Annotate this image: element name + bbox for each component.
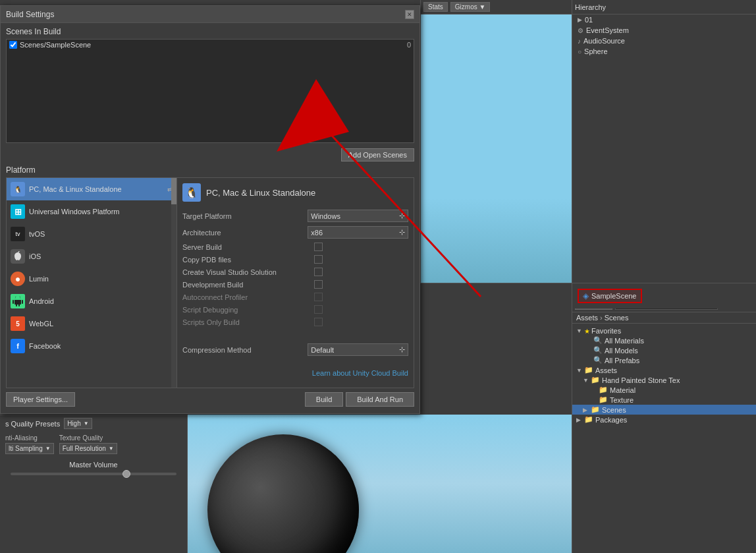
assets-folder-icon: 📁 <box>584 366 593 374</box>
packages-icon: 📁 <box>584 415 593 424</box>
platform-item-tvos[interactable]: tv tvOS <box>7 223 176 245</box>
scenes-folder[interactable]: ▶ 📁 Scenes <box>572 405 756 415</box>
platform-section: 🐧 PC, Mac & Linux Standalone ⇄ ⊞ Univers… <box>6 177 414 388</box>
quality-presets-dropdown[interactable]: High ▼ <box>64 418 92 429</box>
server-build-checkbox[interactable] <box>314 243 323 251</box>
gizmos-btn[interactable]: Gizmos ▼ <box>450 2 491 12</box>
aliasing-texture-row: nti-Aliasing lti Sampling ▼ Texture Qual… <box>0 432 187 457</box>
scripts-only-row: Scripts Only Build <box>182 318 408 326</box>
scene-index: 0 <box>407 41 411 49</box>
player-settings-button[interactable]: Player Settings... <box>6 392 75 407</box>
dialog-close-button[interactable]: ✕ <box>405 10 414 19</box>
platform-settings-panel: 🐧 PC, Mac & Linux Standalone Target Plat… <box>177 177 414 388</box>
platform-item-webgl[interactable]: 5 WebGL <box>7 312 176 335</box>
project-tree: ▼ ★ Favorites 🔍 All Materials 🔍 All Mode… <box>572 324 756 534</box>
texture-quality-arrow: ▼ <box>109 446 114 451</box>
platform-item-facebook[interactable]: f Facebook <box>7 335 176 357</box>
material-item[interactable]: 📁 Material <box>572 385 756 395</box>
antialiasing-dropdown[interactable]: lti Sampling ▼ <box>5 443 54 454</box>
platform-item-uwp[interactable]: ⊞ Universal Windows Platform <box>7 200 176 223</box>
sample-scene-highlighted[interactable]: ◈ SampleScene <box>578 289 642 303</box>
add-open-scenes-button[interactable]: Add Open Scenes <box>341 148 414 161</box>
volume-slider-track[interactable] <box>11 473 176 475</box>
master-volume-label: Master Volume <box>0 457 187 471</box>
packages-arrow: ▶ <box>576 417 584 423</box>
development-build-checkbox[interactable] <box>314 280 323 289</box>
scrollbar-thumb[interactable] <box>171 178 176 204</box>
scene-item[interactable]: Scenes/SampleScene 0 <box>7 40 414 50</box>
hierarchy-toolbar: Hierarchy <box>572 0 756 15</box>
scenes-folder-icon: 📁 <box>591 405 600 414</box>
platform-item-pc[interactable]: 🐧 PC, Mac & Linux Standalone ⇄ <box>7 178 176 200</box>
server-build-label: Server Build <box>182 243 314 251</box>
lumin-icon: ● <box>11 272 25 286</box>
cloud-build-link[interactable]: Learn about Unity Cloud Build <box>182 369 408 377</box>
platform-scrollbar[interactable] <box>171 178 176 388</box>
stats-btn[interactable]: Stats <box>423 2 448 12</box>
texture-item[interactable]: 📁 Texture <box>572 395 756 405</box>
favorites-arrow: ▼ <box>576 328 584 334</box>
build-settings-dialog: Build Settings ✕ Scenes In Build Scenes/… <box>0 5 420 414</box>
hand-painted-arrow: ▼ <box>583 377 591 384</box>
scripts-only-checkbox[interactable] <box>314 318 323 326</box>
copy-pdb-row: Copy PDB files <box>182 255 408 264</box>
hand-painted-icon: 📁 <box>591 376 600 384</box>
create-vs-checkbox[interactable] <box>314 268 323 276</box>
development-build-label: Development Build <box>182 281 314 289</box>
hierarchy-item-sphere[interactable]: ○ Sphere <box>572 46 756 57</box>
settings-platform-title: PC, Mac & Linux Standalone <box>206 188 315 198</box>
all-materials-item[interactable]: 🔍 All Materials <box>572 335 756 345</box>
assets-arrow: ▼ <box>576 367 584 374</box>
build-button[interactable]: Build <box>305 392 343 407</box>
platform-settings-header: 🐧 PC, Mac & Linux Standalone <box>182 183 408 202</box>
build-buttons-group: Build Build And Run <box>305 392 414 407</box>
svg-point-0 <box>16 298 16 299</box>
compression-dropdown[interactable]: Default ⊹ <box>308 343 408 356</box>
favorites-folder[interactable]: ▼ ★ Favorites <box>572 326 756 335</box>
material-label: Material <box>610 386 635 394</box>
facebook-icon: f <box>11 339 25 353</box>
scene-checkbox[interactable] <box>9 41 17 49</box>
volume-slider-thumb[interactable] <box>122 470 130 478</box>
antialiasing-label: nti-Aliasing <box>5 434 54 442</box>
breadcrumb-separator: › <box>600 314 603 322</box>
build-and-run-button[interactable]: Build And Run <box>346 392 414 407</box>
all-models-item[interactable]: 🔍 All Models <box>572 345 756 355</box>
target-platform-dropdown[interactable]: Windows ⊹ <box>308 210 408 222</box>
platform-item-ios[interactable]: iOS <box>7 245 176 268</box>
all-models-label: All Models <box>605 347 638 355</box>
script-debug-label: Script Debugging <box>182 306 314 314</box>
autoconnect-checkbox[interactable] <box>314 293 323 301</box>
platform-name-facebook: Facebook <box>29 342 61 350</box>
hierarchy-item-eventsystem[interactable]: ⚙ EventSystem <box>572 25 756 36</box>
architecture-dropdown[interactable]: x86 ⊹ <box>308 226 408 239</box>
ios-icon <box>11 249 25 264</box>
target-platform-row: Target Platform Windows ⊹ <box>182 210 408 222</box>
breadcrumb-scenes[interactable]: Scenes <box>605 314 629 322</box>
texture-quality-dropdown[interactable]: Full Resolution ▼ <box>59 443 117 454</box>
all-prefabs-item[interactable]: 🔍 All Prefabs <box>572 355 756 365</box>
target-platform-label: Target Platform <box>182 212 308 220</box>
sphere-object <box>207 434 359 553</box>
quality-presets-row: s Quality Presets High ▼ <box>0 415 187 432</box>
hand-painted-folder[interactable]: ▼ 📁 Hand Painted Stone Tex <box>572 375 756 385</box>
copy-pdb-checkbox[interactable] <box>314 255 323 264</box>
unity-scene-icon: ◈ <box>583 291 589 301</box>
pc-icon: 🐧 <box>11 182 25 196</box>
search-icon-models: 🔍 <box>593 346 603 355</box>
hierarchy-item-audiosource[interactable]: ♪ AudioSource <box>572 36 756 46</box>
hierarchy-item-01[interactable]: ▶ 01 <box>572 15 756 25</box>
dialog-titlebar: Build Settings ✕ <box>1 6 419 23</box>
bottom-left-panel: s Quality Presets High ▼ nti-Aliasing lt… <box>0 415 188 553</box>
architecture-row: Architecture x86 ⊹ <box>182 226 408 239</box>
packages-folder[interactable]: ▶ 📁 Packages <box>572 415 756 424</box>
webgl-icon: 5 <box>11 316 25 331</box>
platform-item-lumin[interactable]: ● Lumin <box>7 268 176 290</box>
platform-item-android[interactable]: Android <box>7 290 176 312</box>
scene-name: Scenes/SampleScene <box>20 41 91 49</box>
script-debug-checkbox[interactable] <box>314 305 323 314</box>
breadcrumb-assets[interactable]: Assets <box>576 314 598 322</box>
create-vs-label: Create Visual Studio Solution <box>182 268 314 276</box>
assets-folder[interactable]: ▼ 📁 Assets <box>572 365 756 375</box>
add-open-scenes-container: Add Open Scenes <box>6 148 414 161</box>
